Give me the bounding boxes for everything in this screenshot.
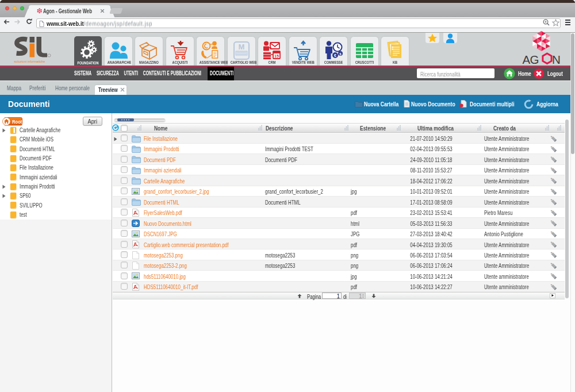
svg-text:15: 15 bbox=[274, 54, 279, 58]
svg-text:M: M bbox=[238, 43, 244, 51]
svg-text:N: N bbox=[552, 53, 561, 66]
svg-text:€: € bbox=[334, 53, 336, 57]
svg-text:soluzioni informatiche: soluzioni informatiche bbox=[14, 60, 45, 63]
svg-text:AG: AG bbox=[522, 53, 539, 66]
